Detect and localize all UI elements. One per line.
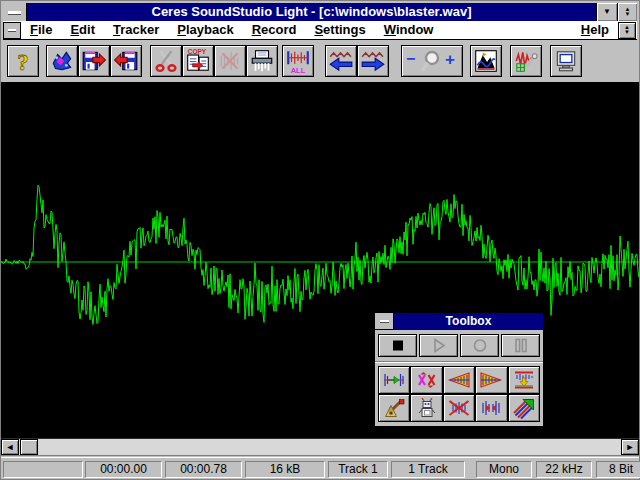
fade-right-icon <box>479 370 503 391</box>
amplify-icon <box>512 370 536 391</box>
toolbar: ?COPYALL−+ <box>3 41 637 81</box>
status-track: Track 1 <box>328 461 388 478</box>
new-sound-icon <box>49 48 75 74</box>
sweep-effect-icon <box>512 398 536 419</box>
waveform-svg <box>1 82 640 438</box>
paste-button[interactable] <box>214 45 246 77</box>
help-button[interactable]: ? <box>7 45 39 77</box>
stop-icon <box>386 336 410 355</box>
analysis-button[interactable] <box>470 45 502 77</box>
analysis-icon <box>473 48 499 74</box>
toolbox-system-menu-dash-icon <box>380 320 389 322</box>
fade-left-icon <box>447 370 471 391</box>
mdi-restore-button[interactable]: ▲▼ <box>618 22 636 39</box>
scrollbar-right-arrow[interactable]: ► <box>621 439 639 455</box>
system-menu-dash-icon <box>8 11 21 14</box>
cut-button[interactable] <box>150 45 182 77</box>
record-icon <box>468 336 492 355</box>
restore-button[interactable]: ▲▼ <box>617 3 637 21</box>
status-length: 00:00.78 <box>165 461 242 478</box>
left-arrow-icon: ◄ <box>6 442 15 452</box>
titlebar: Ceres SoundStudio Light - [c:\windows\bl… <box>3 3 637 21</box>
tool-robot-synth-button[interactable] <box>410 394 442 422</box>
menu-item-settings[interactable]: Settings <box>305 21 374 39</box>
mix-center-icon <box>479 398 503 419</box>
effects-icon <box>513 48 539 74</box>
tool-delete-markers-button[interactable] <box>410 366 442 394</box>
mdi-system-menu-dash-icon <box>8 29 16 31</box>
play-icon <box>427 336 451 355</box>
scroll-left-button[interactable] <box>325 45 357 77</box>
copy-icon: COPY <box>185 48 211 74</box>
svg-text:+: + <box>445 50 455 69</box>
menu-item-record[interactable]: Record <box>243 21 306 39</box>
tool-instrument-button[interactable] <box>378 394 410 422</box>
menu-item-help[interactable]: Help <box>572 21 618 39</box>
copy-button[interactable]: COPY <box>182 45 214 77</box>
pause-icon <box>509 336 533 355</box>
tool-mix-center-button[interactable] <box>475 394 507 422</box>
insert-wave-icon <box>382 370 406 391</box>
transport-pause-button[interactable] <box>501 334 540 357</box>
zoom-button[interactable]: −+ <box>401 45 463 77</box>
load-file-button[interactable] <box>110 45 142 77</box>
cut-icon <box>153 48 179 74</box>
horizontal-scrollbar[interactable]: ◄ ► <box>1 438 639 456</box>
display-button[interactable] <box>550 45 582 77</box>
select-all-icon: ALL <box>285 48 311 74</box>
scroll-right-icon <box>360 48 386 74</box>
save-file-button[interactable] <box>78 45 110 77</box>
svg-text:ALL: ALL <box>291 66 306 74</box>
save-file-icon <box>81 48 107 74</box>
restore-down-icon: ▼ <box>625 12 631 17</box>
toolbox-window: Toolbox <box>374 312 544 427</box>
transport-play-button[interactable] <box>419 334 458 357</box>
tool-sweep-effect-button[interactable] <box>508 394 540 422</box>
caption-buttons: ▼ ▲▼ <box>596 3 637 21</box>
tool-amplify-button[interactable] <box>508 366 540 394</box>
app-window: Ceres SoundStudio Light - [c:\windows\bl… <box>0 0 640 480</box>
toolbox-titlebar: Toolbox <box>375 313 543 330</box>
svg-text:−: − <box>406 50 415 67</box>
instrument-icon <box>382 398 406 419</box>
tool-insert-wave-button[interactable] <box>378 366 410 394</box>
menubar: FileEditTrackerPlaybackRecordSettingsWin… <box>3 21 637 40</box>
tool-fade-right-button[interactable] <box>475 366 507 394</box>
waveform-trace <box>1 185 640 324</box>
menu-item-tracker[interactable]: Tracker <box>104 21 168 39</box>
transport-record-button[interactable] <box>460 334 499 357</box>
reverse-wave-icon <box>447 398 471 419</box>
toolbox-system-menu-button[interactable] <box>375 313 394 330</box>
new-sound-button[interactable] <box>46 45 78 77</box>
minimize-button[interactable]: ▼ <box>597 3 617 21</box>
menu-item-file[interactable]: File <box>21 21 61 39</box>
scrollbar-thumb[interactable] <box>20 439 38 455</box>
scroll-left-icon <box>328 48 354 74</box>
help-icon: ? <box>10 48 36 74</box>
mdi-system-menu-button[interactable] <box>3 22 21 39</box>
select-all-button[interactable]: ALL <box>282 45 314 77</box>
robot-icon <box>415 398 439 419</box>
delete-markers-icon <box>415 370 439 391</box>
menu-item-edit[interactable]: Edit <box>61 21 104 39</box>
tool-fade-left-button[interactable] <box>443 366 475 394</box>
menu-items: FileEditTrackerPlaybackRecordSettingsWin… <box>21 21 442 39</box>
paste-icon <box>217 48 243 74</box>
monitor-icon <box>553 48 579 74</box>
toolbox-tool-grid <box>375 362 543 426</box>
delete-button[interactable] <box>246 45 278 77</box>
system-menu-button[interactable] <box>3 3 27 21</box>
scrollbar-left-arrow[interactable]: ◄ <box>1 439 19 455</box>
shredder-icon <box>249 48 275 74</box>
effects-button[interactable] <box>510 45 542 77</box>
status-position: 00:00.00 <box>85 461 162 478</box>
zoom-icon: −+ <box>404 49 460 73</box>
transport-stop-button[interactable] <box>378 334 417 357</box>
menu-item-window[interactable]: Window <box>375 21 443 39</box>
tool-reverse-wave-button[interactable] <box>443 394 475 422</box>
window-title: Ceres SoundStudio Light - [c:\windows\bl… <box>27 3 596 21</box>
status-channels: Mono <box>476 461 532 478</box>
menu-item-playback[interactable]: Playback <box>168 21 242 39</box>
scroll-right-button[interactable] <box>357 45 389 77</box>
toolbox-transport <box>375 330 543 362</box>
